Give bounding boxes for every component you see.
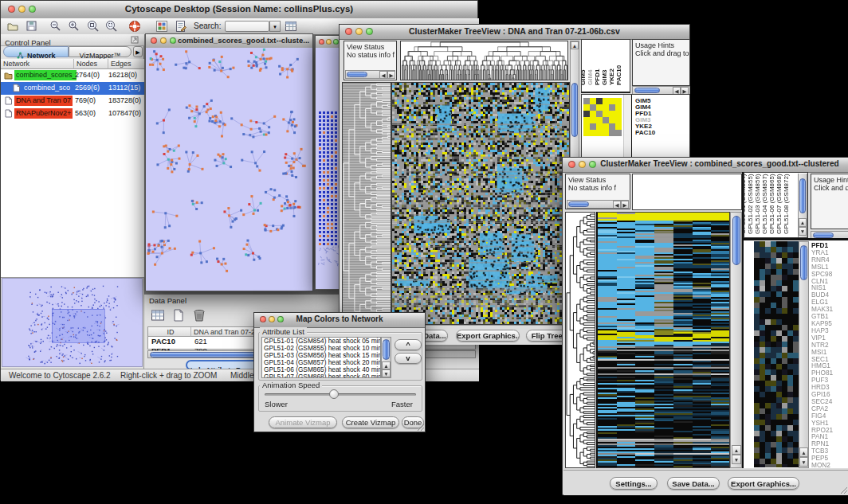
- correlation-matrix-heatmap[interactable]: [583, 98, 622, 136]
- network-overview-canvas[interactable]: [2, 279, 142, 366]
- data-table-icon[interactable]: [151, 308, 165, 322]
- treeview1-column-dendrogram[interactable]: [400, 41, 568, 80]
- treeview1-usage-hints: Usage Hints Click and drag to: [632, 39, 690, 86]
- resize-grip-icon[interactable]: [417, 424, 425, 432]
- float-panel-icon[interactable]: [131, 36, 139, 44]
- new-attribute-icon[interactable]: [171, 308, 186, 322]
- treeview2-button-export-graphics[interactable]: Export Graphics...: [728, 477, 799, 490]
- scroll-thumb[interactable]: [571, 83, 578, 137]
- global-vscrollbar[interactable]: ▲ ▼: [799, 241, 809, 468]
- scroll-right-icon[interactable]: ▶: [387, 71, 395, 79]
- treeview1-heatmap[interactable]: [391, 82, 570, 325]
- move-down-button[interactable]: v: [395, 353, 422, 364]
- scroll-thumb[interactable]: [347, 72, 367, 77]
- scroll-left-icon[interactable]: ◀: [379, 71, 387, 79]
- scroll-thumb[interactable]: [383, 339, 390, 360]
- gene-label-list[interactable]: PFD1YRA1RNR4MSL1SPC98CLN1NIS1BUD4ELG1MAK…: [811, 242, 848, 468]
- save-icon[interactable]: [26, 20, 38, 33]
- network-table-row[interactable]: RNAPuberNov2+563(0)107847(0): [1, 107, 144, 120]
- scroll-up-icon[interactable]: ▲: [571, 41, 579, 49]
- help-lifering-icon[interactable]: [128, 20, 141, 33]
- animate-vizmap-button[interactable]: Animate Vizmap: [269, 416, 337, 428]
- delete-attribute-icon[interactable]: [192, 308, 206, 322]
- scroll-thumb[interactable]: [732, 216, 740, 265]
- scroll-down-icon[interactable]: ▼: [799, 457, 808, 467]
- scroll-thumb[interactable]: [634, 88, 660, 93]
- network-view-2-title-bar[interactable]: [316, 36, 341, 49]
- col-header-network[interactable]: Network: [1, 59, 74, 69]
- id-column-header[interactable]: ID: [148, 327, 191, 337]
- scroll-down-icon[interactable]: ▼: [382, 369, 391, 377]
- treeview2-button-save-data[interactable]: Save Data...: [667, 477, 720, 490]
- usage-hints-line1: Usage Hints: [633, 40, 689, 49]
- treeview1-row-dendrogram[interactable]: [342, 82, 391, 325]
- scroll-thumb[interactable]: [813, 232, 834, 238]
- network-table-row[interactable]: combined_sco2569(6)13112(15): [1, 82, 144, 95]
- treeview2-column-dendrogram[interactable]: [632, 174, 742, 210]
- treeview2-title-bar[interactable]: ClusterMaker TreeView : combined_scores_…: [563, 158, 848, 173]
- network-table-row[interactable]: DNA and Tran 07769(0)183728(0): [1, 95, 144, 107]
- minimize-icon[interactable]: [160, 37, 167, 44]
- scroll-thumb[interactable]: [799, 178, 806, 213]
- treeview2-vscrollbar[interactable]: ▲ ▼: [730, 212, 742, 468]
- treeview2-view-status: View Status No status info f ◀ ▶: [565, 174, 630, 209]
- tab-vizmapper[interactable]: VizMapper™: [69, 46, 132, 57]
- scroll-right-icon[interactable]: ▶: [621, 201, 629, 209]
- col-header-edges[interactable]: Edges: [108, 59, 144, 69]
- search-dropdown-button[interactable]: ▾: [269, 21, 281, 32]
- minimize-icon[interactable]: [326, 39, 332, 45]
- scroll-up-icon[interactable]: ▲: [799, 218, 807, 227]
- column-labels-vscrollbar[interactable]: ▲ ▼: [798, 174, 807, 237]
- treeview1-title-bar[interactable]: ClusterMaker TreeView : DNA and Tran 07-…: [340, 25, 689, 40]
- minimize-icon[interactable]: [579, 161, 586, 168]
- close-icon[interactable]: [319, 39, 324, 45]
- speed-slider-thumb[interactable]: [329, 389, 339, 399]
- attribute-list[interactable]: GPL51-01 (GSM854) heat shock 05 minGPL51…: [261, 337, 381, 378]
- scroll-thumb[interactable]: [568, 201, 589, 207]
- treeview2-button-settings[interactable]: Settings...: [610, 477, 658, 490]
- resize-grip-icon[interactable]: [840, 486, 848, 494]
- view-status-hscrollbar[interactable]: ◀ ▶: [345, 70, 395, 79]
- scroll-up-icon[interactable]: ▲: [382, 361, 391, 369]
- zoom-selected-icon[interactable]: [105, 20, 118, 33]
- zoom-fit-icon[interactable]: [87, 20, 100, 33]
- close-icon[interactable]: [568, 161, 575, 168]
- scroll-thumb[interactable]: [800, 245, 807, 280]
- scroll-up-icon[interactable]: ▲: [732, 445, 741, 455]
- network-canvas-2[interactable]: [316, 48, 341, 289]
- scroll-down-icon[interactable]: ▼: [732, 455, 741, 464]
- zoom-window-icon[interactable]: [170, 37, 176, 44]
- vizmap-icon[interactable]: [155, 20, 168, 33]
- global-heatmap[interactable]: [754, 241, 799, 467]
- attribute-list-vscrollbar[interactable]: ▲ ▼: [381, 337, 391, 378]
- scroll-left-icon[interactable]: ◀: [613, 201, 621, 209]
- open-file-icon[interactable]: [6, 20, 19, 33]
- search-input[interactable]: [225, 21, 269, 32]
- tab-network[interactable]: Network: [3, 46, 69, 57]
- annotation-icon[interactable]: [175, 20, 187, 33]
- treeview1-button-export-graphics[interactable]: Export Graphics...: [456, 330, 520, 342]
- zoom-in-icon[interactable]: [68, 20, 80, 33]
- create-vizmap-button[interactable]: Create Vizmap: [342, 416, 399, 428]
- speed-slider-track[interactable]: [265, 393, 416, 396]
- gene-label[interactable]: MON2: [811, 462, 848, 468]
- dialog-title-bar[interactable]: Map Colors to Network: [254, 313, 425, 328]
- network-view-title-bar[interactable]: combined_scores_good.txt--cluste...: [146, 34, 312, 49]
- col-header-nodes[interactable]: Nodes: [74, 59, 108, 69]
- zoom-window-icon[interactable]: [333, 39, 339, 45]
- table-icon[interactable]: [285, 20, 297, 33]
- zoom-out-icon[interactable]: [49, 20, 62, 33]
- network-overview-panel[interactable]: [2, 278, 143, 367]
- scroll-down-icon[interactable]: ▼: [799, 227, 807, 236]
- treeview2-row-dendrogram[interactable]: [565, 212, 595, 468]
- tab-overflow-button[interactable]: ▶: [133, 46, 143, 57]
- main-title-bar[interactable]: Cytoscape Desktop (Session Name: collins…: [1, 1, 477, 19]
- network-table-row[interactable]: combined_scores_2764(0)16218(0): [1, 69, 144, 82]
- treeview2-heatmap[interactable]: [596, 212, 730, 468]
- attribute-list-item[interactable]: GPL51-07 (GSM868) heat shock 60 min: [262, 373, 380, 378]
- close-icon[interactable]: [151, 37, 157, 44]
- view-status-hscrollbar[interactable]: ◀ ▶: [567, 200, 629, 209]
- network-canvas[interactable]: [146, 48, 312, 291]
- scroll-up-icon[interactable]: ▲: [799, 447, 808, 457]
- move-up-button[interactable]: ^: [395, 339, 422, 350]
